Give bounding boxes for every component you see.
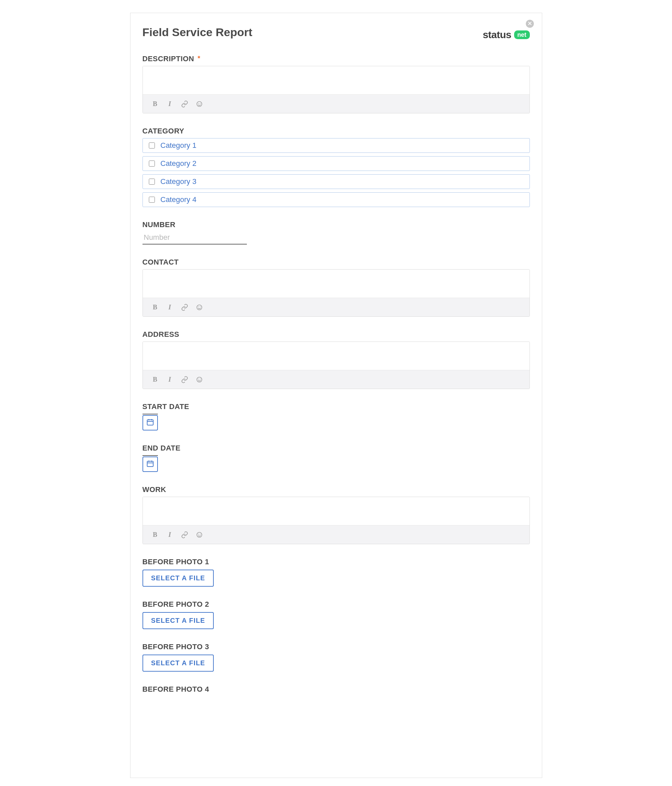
before-photo-3-label: BEFORE PHOTO 3 bbox=[143, 643, 530, 651]
description-label-text: DESCRIPTION bbox=[143, 55, 194, 63]
field-before-photo-1: BEFORE PHOTO 1 SELECT A FILE bbox=[143, 558, 530, 587]
svg-point-4 bbox=[198, 307, 199, 307]
end-date-underline bbox=[143, 455, 158, 456]
svg-point-5 bbox=[200, 307, 200, 307]
emoji-icon[interactable] bbox=[196, 304, 203, 311]
category-checkbox-3[interactable] bbox=[149, 179, 155, 185]
brand-logo: status net bbox=[483, 29, 529, 41]
category-checkbox-2[interactable] bbox=[149, 160, 155, 167]
emoji-icon[interactable] bbox=[196, 101, 203, 108]
emoji-icon[interactable] bbox=[196, 531, 203, 539]
description-toolbar: B I bbox=[143, 94, 529, 113]
field-end-date: END DATE bbox=[143, 444, 530, 472]
svg-rect-10 bbox=[147, 461, 153, 467]
address-label: ADDRESS bbox=[143, 330, 530, 339]
work-input[interactable] bbox=[143, 497, 529, 525]
svg-point-8 bbox=[200, 379, 200, 379]
field-address: ADDRESS B I bbox=[143, 330, 530, 389]
before-photo-1-label: BEFORE PHOTO 1 bbox=[143, 558, 530, 566]
field-contact: CONTACT B I bbox=[143, 258, 530, 317]
svg-point-2 bbox=[200, 103, 200, 104]
before-photo-2-label: BEFORE PHOTO 2 bbox=[143, 600, 530, 609]
address-toolbar: B I bbox=[143, 370, 529, 389]
category-option-2[interactable]: Category 2 bbox=[143, 156, 530, 171]
number-label: NUMBER bbox=[143, 220, 530, 229]
svg-point-11 bbox=[197, 532, 202, 537]
select-file-button-1[interactable]: SELECT A FILE bbox=[143, 570, 214, 587]
field-category: CATEGORY Category 1 Category 2 Category … bbox=[143, 127, 530, 207]
category-label: CATEGORY bbox=[143, 127, 530, 135]
italic-icon[interactable]: I bbox=[166, 531, 174, 539]
category-option-3[interactable]: Category 3 bbox=[143, 174, 530, 189]
category-list: Category 1 Category 2 Category 3 Categor… bbox=[143, 138, 530, 207]
link-icon[interactable] bbox=[181, 376, 188, 383]
work-toolbar: B I bbox=[143, 525, 529, 544]
end-date-label: END DATE bbox=[143, 444, 530, 453]
svg-point-0 bbox=[197, 101, 202, 106]
brand-badge: net bbox=[514, 30, 530, 39]
category-option-label[interactable]: Category 4 bbox=[161, 195, 197, 204]
start-date-label: START DATE bbox=[143, 402, 530, 411]
svg-point-7 bbox=[198, 379, 199, 379]
category-option-label[interactable]: Category 3 bbox=[161, 177, 197, 186]
description-label: DESCRIPTION * bbox=[143, 55, 530, 63]
end-date-picker-button[interactable] bbox=[143, 457, 158, 472]
svg-point-3 bbox=[197, 305, 202, 310]
brand-word: status bbox=[483, 29, 511, 41]
field-start-date: START DATE bbox=[143, 402, 530, 431]
category-option-1[interactable]: Category 1 bbox=[143, 138, 530, 153]
field-service-report-modal: Field Service Report status net DESCRIPT… bbox=[130, 13, 542, 778]
bold-icon[interactable]: B bbox=[151, 531, 159, 539]
address-editor: B I bbox=[143, 341, 530, 389]
category-option-label[interactable]: Category 1 bbox=[161, 141, 197, 150]
before-photo-4-label: BEFORE PHOTO 4 bbox=[143, 685, 530, 694]
work-label: WORK bbox=[143, 485, 530, 494]
contact-label: CONTACT bbox=[143, 258, 530, 267]
italic-icon[interactable]: I bbox=[166, 376, 174, 383]
svg-rect-9 bbox=[147, 420, 153, 425]
field-before-photo-2: BEFORE PHOTO 2 SELECT A FILE bbox=[143, 600, 530, 629]
contact-editor: B I bbox=[143, 269, 530, 317]
bold-icon[interactable]: B bbox=[151, 376, 159, 383]
category-checkbox-1[interactable] bbox=[149, 143, 155, 148]
description-editor: B I bbox=[143, 66, 530, 113]
address-input[interactable] bbox=[143, 342, 529, 370]
calendar-icon bbox=[146, 459, 154, 469]
link-icon[interactable] bbox=[181, 101, 188, 108]
svg-point-12 bbox=[198, 534, 199, 534]
description-input[interactable] bbox=[143, 66, 529, 94]
start-date-picker-button[interactable] bbox=[143, 415, 158, 431]
bold-icon[interactable]: B bbox=[151, 304, 159, 311]
svg-point-1 bbox=[198, 103, 199, 104]
close-icon bbox=[528, 21, 532, 27]
number-input[interactable] bbox=[143, 232, 247, 245]
italic-icon[interactable]: I bbox=[166, 101, 174, 108]
work-editor: B I bbox=[143, 497, 530, 544]
select-file-button-2[interactable]: SELECT A FILE bbox=[143, 612, 214, 629]
svg-point-6 bbox=[197, 377, 202, 382]
bold-icon[interactable]: B bbox=[151, 101, 159, 108]
calendar-icon bbox=[146, 418, 154, 428]
modal-header: Field Service Report status net bbox=[143, 24, 530, 41]
start-date-underline bbox=[143, 414, 158, 414]
close-button[interactable] bbox=[526, 20, 534, 28]
contact-toolbar: B I bbox=[143, 298, 529, 316]
select-file-button-3[interactable]: SELECT A FILE bbox=[143, 654, 214, 671]
field-work: WORK B I bbox=[143, 485, 530, 544]
field-number: NUMBER bbox=[143, 220, 530, 245]
emoji-icon[interactable] bbox=[196, 376, 203, 383]
svg-point-13 bbox=[200, 534, 200, 534]
category-option-label[interactable]: Category 2 bbox=[161, 159, 197, 168]
field-before-photo-4: BEFORE PHOTO 4 bbox=[143, 685, 530, 694]
italic-icon[interactable]: I bbox=[166, 304, 174, 311]
required-star-icon: * bbox=[198, 55, 200, 62]
field-before-photo-3: BEFORE PHOTO 3 SELECT A FILE bbox=[143, 643, 530, 671]
field-description: DESCRIPTION * B I bbox=[143, 55, 530, 113]
link-icon[interactable] bbox=[181, 531, 188, 539]
category-checkbox-4[interactable] bbox=[149, 196, 155, 203]
contact-input[interactable] bbox=[143, 270, 529, 298]
modal-title: Field Service Report bbox=[143, 26, 253, 39]
link-icon[interactable] bbox=[181, 304, 188, 311]
category-option-4[interactable]: Category 4 bbox=[143, 192, 530, 207]
